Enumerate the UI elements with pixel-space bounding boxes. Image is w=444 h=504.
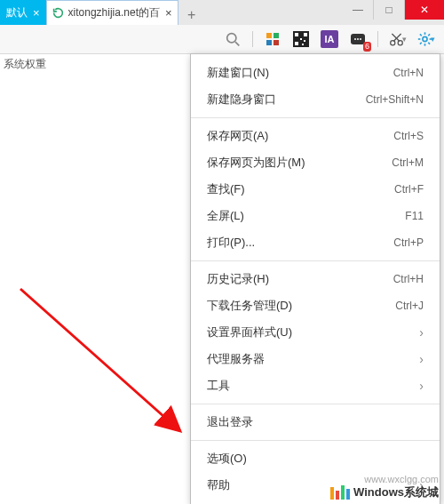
chevron-right-icon: › [414, 352, 424, 366]
tab-active-label: 默认 [6, 5, 28, 20]
menu-item-label: 历史记录(H) [207, 271, 393, 287]
menu-item[interactable]: 代理服务器› [191, 346, 440, 372]
main-menu: 新建窗口(N)Ctrl+N新建隐身窗口Ctrl+Shift+N保存网页(A)Ct… [190, 53, 440, 504]
menu-item-shortcut: Ctrl+J [395, 300, 424, 312]
menu-item-label: 设置界面样式(U) [207, 324, 414, 340]
menu-separator [191, 404, 440, 404]
chevron-down-icon: ▾ [402, 35, 407, 44]
svg-line-26 [420, 34, 422, 36]
menu-item[interactable]: 新建隐身窗口Ctrl+Shift+N [191, 86, 440, 113]
svg-rect-3 [274, 33, 279, 38]
menu-item-shortcut: Ctrl+Shift+N [366, 93, 424, 106]
menu-item-label: 全屏(L) [207, 208, 405, 224]
menu-item-shortcut: Ctrl+M [392, 156, 424, 169]
svg-rect-5 [274, 40, 279, 45]
watermark-logo [330, 485, 350, 500]
close-icon[interactable]: × [165, 7, 172, 19]
menu-item[interactable]: 退出登录 [191, 409, 440, 436]
svg-rect-2 [266, 33, 272, 38]
tab-inactive-label: xitongzhijia.net的百 [68, 5, 160, 20]
svg-point-0 [226, 33, 235, 42]
svg-rect-7 [295, 33, 298, 36]
minimize-button[interactable]: — [343, 0, 373, 20]
refresh-icon [52, 7, 65, 20]
watermark-text: Windows系统城 [353, 484, 439, 500]
menu-item-label: 新建窗口(N) [207, 65, 393, 81]
window-close-button[interactable]: ✕ [405, 0, 444, 20]
svg-rect-10 [300, 38, 302, 40]
svg-rect-11 [304, 40, 305, 42]
apps-icon[interactable] [264, 30, 281, 48]
menu-separator [191, 440, 440, 441]
menu-item[interactable]: 全屏(L)F11 [191, 203, 440, 229]
menu-item-label: 新建隐身窗口 [207, 92, 366, 108]
svg-point-15 [357, 38, 359, 40]
chevron-down-icon: ▾ [431, 35, 435, 44]
svg-rect-4 [266, 40, 272, 45]
ia-icon[interactable]: IA [321, 30, 338, 48]
menu-separator [191, 260, 440, 261]
tab-strip: 默认 × xitongzhijia.net的百 × + — □ ✕ [0, 0, 444, 25]
window-controls: — □ ✕ [343, 0, 444, 20]
svg-rect-9 [295, 42, 298, 45]
qr-icon[interactable] [292, 30, 310, 48]
chevron-right-icon: › [414, 325, 424, 340]
svg-point-16 [360, 38, 361, 40]
menu-item[interactable]: 选项(O) [191, 445, 440, 472]
menu-item-label: 下载任务管理(D) [207, 298, 395, 314]
sidebar: 系统权重 [0, 53, 53, 76]
chevron-right-icon: › [414, 379, 424, 393]
menu-item-label: 保存网页为图片(M) [207, 155, 392, 171]
separator [377, 31, 378, 47]
menu-item-shortcut: Ctrl+P [393, 236, 424, 249]
menu-separator [191, 117, 440, 118]
watermark-url: www.wxclgg.com [364, 474, 439, 484]
menu-item-label: 代理服务器 [207, 351, 414, 367]
svg-line-28 [420, 43, 422, 44]
menu-item[interactable]: 工具› [191, 372, 440, 399]
menu-item-shortcut: F11 [405, 210, 424, 222]
menu-item-label: 选项(O) [207, 451, 424, 467]
new-tab-button[interactable]: + [182, 5, 202, 25]
svg-line-27 [428, 43, 430, 44]
tab-active[interactable]: 默认 × [0, 0, 46, 25]
menu-item-label: 打印(P)... [207, 235, 393, 251]
search-icon[interactable] [224, 30, 242, 48]
menu-item-shortcut: Ctrl+H [393, 273, 424, 285]
tab-inactive[interactable]: xitongzhijia.net的百 × [46, 0, 178, 25]
svg-rect-12 [302, 44, 304, 45]
menu-item-label: 保存网页(A) [207, 128, 393, 144]
watermark: Windows系统城 [330, 484, 439, 500]
menu-item[interactable]: 设置界面样式(U)› [191, 319, 440, 346]
scissors-icon[interactable]: ▾ [389, 30, 407, 48]
close-icon[interactable]: × [33, 7, 40, 19]
menu-item-shortcut: Ctrl+F [394, 183, 424, 196]
menu-item-shortcut: Ctrl+N [393, 67, 424, 79]
separator [252, 31, 253, 47]
menu-item[interactable]: 保存网页为图片(M)Ctrl+M [191, 149, 440, 176]
menu-item[interactable]: 下载任务管理(D)Ctrl+J [191, 292, 440, 319]
svg-point-21 [423, 36, 427, 41]
menu-item[interactable]: 历史记录(H)Ctrl+H [191, 266, 440, 292]
svg-line-30 [20, 289, 180, 431]
sidebar-column-label: 系统权重 [0, 53, 53, 76]
menu-item-shortcut: Ctrl+S [393, 130, 424, 142]
menu-item-label: 退出登录 [207, 414, 424, 430]
menu-item[interactable]: 打印(P)...Ctrl+P [191, 229, 440, 256]
gear-icon[interactable]: ▾ [417, 30, 435, 48]
svg-line-29 [428, 34, 430, 36]
menu-item-label: 工具 [207, 378, 414, 394]
menu-item[interactable]: 保存网页(A)Ctrl+S [191, 123, 440, 149]
ia-label: IA [325, 34, 335, 44]
annotation-arrow [16, 284, 194, 444]
notification-badge: 6 [363, 42, 371, 52]
svg-line-1 [235, 42, 239, 45]
svg-rect-8 [304, 33, 307, 36]
menu-item[interactable]: 新建窗口(N)Ctrl+N [191, 60, 440, 86]
notifications-icon[interactable]: 6 [349, 30, 367, 48]
toolbar: IA 6 ▾ ▾ [0, 25, 444, 54]
maximize-button[interactable]: □ [373, 0, 405, 20]
svg-point-14 [354, 38, 356, 40]
menu-item[interactable]: 查找(F)Ctrl+F [191, 176, 440, 203]
menu-item-label: 查找(F) [207, 181, 394, 197]
